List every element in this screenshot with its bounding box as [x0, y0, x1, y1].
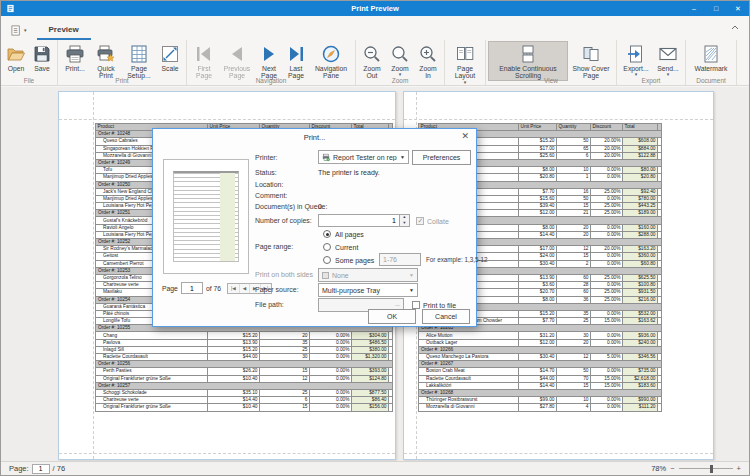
cancel-button[interactable]: Cancel: [422, 309, 470, 324]
group-header-cell: Order #: 10257: [96, 382, 393, 389]
table-cell: 6: [557, 152, 591, 159]
group-view: Enable Continuous Scrolling Show Cover P…: [486, 40, 617, 85]
chevron-down-icon: ▼: [400, 154, 405, 160]
quick-print-button[interactable]: Quick Print: [90, 41, 122, 81]
table-cell: 15: [557, 203, 591, 210]
group-header-cell: Order #: 10267: [419, 361, 662, 368]
table-cell: Chang: [96, 332, 208, 339]
table-cell: 0.00%: [591, 397, 623, 404]
print-button[interactable]: Print...: [60, 41, 90, 81]
table-cell: $8.00: [519, 296, 557, 303]
file-path-label: File path:: [255, 301, 284, 308]
zoom-button[interactable]: Zoom ▾: [386, 41, 414, 81]
table-cell: Mozzarella di Giovanni: [419, 404, 519, 411]
table-cell: 0.00%: [591, 231, 623, 238]
current-label: Current: [335, 244, 358, 251]
table-cell: $30.40: [519, 354, 557, 361]
table-cell: 0.00%: [591, 282, 623, 289]
table-cell: 60: [557, 274, 591, 281]
item-row: Schoggi Schokolade$35.10250.00%$877.50: [96, 389, 393, 396]
table-cell: $7.70: [519, 318, 557, 325]
ok-button[interactable]: OK: [368, 309, 416, 324]
table-cell: 0.00%: [310, 346, 352, 353]
preferences-button[interactable]: Preferences: [412, 150, 471, 165]
export-button[interactable]: Export... ▾: [619, 41, 653, 78]
last-page-button[interactable]: Last Page: [283, 41, 309, 81]
ribbon-tab-row: ▾ Preview: [1, 16, 749, 40]
copies-input[interactable]: [318, 214, 400, 227]
table-cell: $15.20: [519, 310, 557, 317]
radio-icon: [323, 256, 331, 264]
table-cell: $486.50: [352, 339, 389, 346]
minimize-button[interactable]: –: [683, 1, 705, 16]
watermark-button[interactable]: Watermark: [688, 41, 734, 76]
zoom-slider[interactable]: [679, 465, 733, 473]
table-cell: $288.00: [623, 231, 658, 238]
paper-source-select[interactable]: Multi-purpose Tray▼: [318, 283, 418, 297]
dialog-page-input[interactable]: [181, 282, 203, 294]
table-cell: $80.00: [623, 167, 658, 174]
open-button[interactable]: Open: [3, 41, 29, 76]
status-page-input[interactable]: [32, 464, 50, 474]
some-pages-input: [379, 253, 421, 266]
all-pages-radio[interactable]: All pages: [323, 230, 364, 238]
enable-continuous-scrolling-button[interactable]: Enable Continuous Scrolling: [488, 41, 568, 81]
show-cover-page-button[interactable]: Show Cover Page: [568, 41, 614, 81]
table-cell: 70: [557, 375, 591, 382]
current-radio[interactable]: Current: [323, 243, 358, 251]
table-cell: 10: [557, 397, 591, 404]
zoom-in-control[interactable]: +: [737, 464, 741, 473]
next-page-button[interactable]: Next Page: [255, 41, 283, 81]
table-cell: $625.50: [623, 274, 658, 281]
ribbon-collapse-button[interactable]: [731, 16, 739, 34]
table-cell: [658, 152, 662, 159]
application-menu-button[interactable]: ▾: [11, 25, 27, 36]
some-pages-radio[interactable]: Some pages: [323, 256, 374, 264]
copies-spinner[interactable]: ▲▼: [400, 214, 410, 227]
table-cell: 15: [260, 404, 310, 411]
window-title: Print Preview: [1, 4, 749, 13]
print-to-file-checkbox[interactable]: Print to file: [412, 301, 456, 309]
zoom-in-button[interactable]: Zoom In: [414, 41, 442, 81]
table-cell: $17.00: [519, 246, 557, 253]
tab-preview[interactable]: Preview: [37, 21, 91, 40]
checkbox-small-icon: [322, 272, 329, 279]
table-cell: $8.00: [519, 167, 557, 174]
save-button[interactable]: Save: [29, 41, 55, 76]
table-cell: [658, 253, 662, 260]
status-page-total: / 76: [53, 464, 66, 473]
table-cell: [389, 389, 393, 396]
maximize-button[interactable]: □: [705, 1, 727, 16]
printer-value: Report Tester on report: [333, 154, 397, 161]
first-page-nav-icon[interactable]: |◀: [228, 284, 240, 293]
send-button[interactable]: Send... ▾: [653, 41, 683, 78]
zoom-slider-thumb[interactable]: [710, 465, 713, 473]
zoom-out-button[interactable]: Zoom Out: [358, 41, 386, 81]
print-preview-thumbnail: [163, 159, 249, 274]
scale-button[interactable]: Scale: [156, 41, 184, 81]
first-page-icon: [194, 44, 214, 64]
table-cell: $13.90: [208, 339, 260, 346]
table-cell: 20: [557, 339, 591, 346]
compass-icon: [321, 44, 341, 64]
browse-icon: —: [395, 302, 400, 308]
next-page-icon: [259, 44, 279, 64]
item-row: Chartreuse verte$14.4060.00%$86.40: [96, 397, 393, 404]
dialog-close-icon[interactable]: ✕: [461, 132, 469, 141]
printer-label: Printer:: [255, 154, 278, 161]
table-cell: 0.00%: [591, 174, 623, 181]
previous-page-nav-icon[interactable]: ◀: [240, 284, 250, 293]
printer-select[interactable]: Report Tester on report ▼: [318, 150, 409, 164]
zoom-out-control[interactable]: −: [670, 464, 674, 473]
navigation-pane-button[interactable]: Navigation Pane: [309, 41, 353, 81]
close-button[interactable]: ✕: [727, 1, 749, 16]
table-cell: 16: [557, 188, 591, 195]
group-label: View: [486, 76, 616, 85]
column-header: Discount: [591, 124, 623, 131]
page-setup-button[interactable]: Page Setup...: [122, 41, 156, 81]
table-cell: $92.40: [623, 188, 658, 195]
button-label: Open: [8, 65, 25, 72]
table-cell: [658, 260, 662, 267]
table-cell: $735.00: [623, 368, 658, 375]
spin-down-icon[interactable]: ▼: [400, 221, 409, 227]
